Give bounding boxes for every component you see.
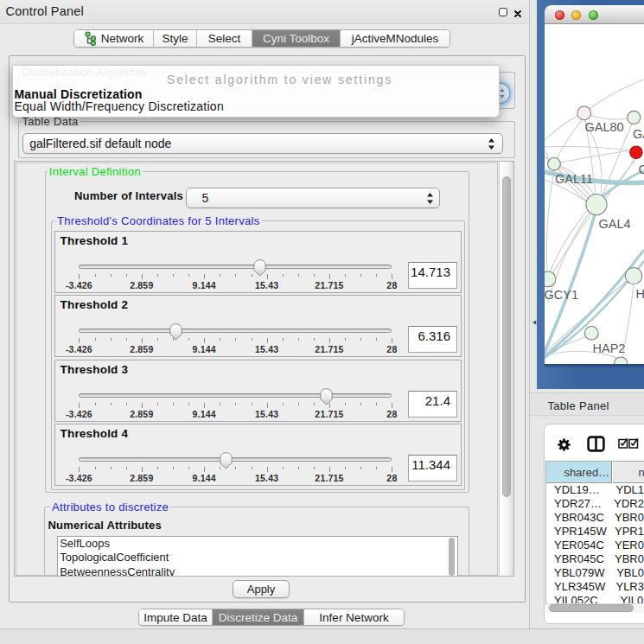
cell-name: YER0	[608, 539, 644, 552]
number-of-intervals-combo[interactable]: 5	[186, 188, 441, 208]
slider-tick-label: -3.426	[66, 344, 92, 354]
threshold-panel-3: Threshold 3-3.4262.8599.14415.4321.71528…	[54, 360, 462, 422]
cell-shared-name: YDL19…	[546, 483, 609, 497]
slider-tick	[283, 338, 284, 341]
cell-shared-name: YLR345W	[546, 580, 609, 594]
threshold-value-field[interactable]: 14.713	[408, 262, 457, 289]
apply-button[interactable]: Apply	[233, 580, 290, 598]
table-row[interactable]: YLR345WYLR3	[546, 580, 644, 594]
network-node-GAL4[interactable]	[586, 194, 607, 215]
network-node-label: GAL11	[555, 172, 593, 186]
zoom-traffic-light[interactable]	[589, 10, 598, 20]
threshold-slider-track[interactable]	[79, 328, 392, 333]
table-row[interactable]: YPR145WYPR1	[546, 525, 644, 539]
network-node-GCY1[interactable]	[545, 271, 556, 287]
threshold-slider-thumb[interactable]	[169, 323, 182, 341]
slider-tick	[142, 338, 143, 343]
network-tree-icon	[84, 31, 97, 46]
table-row[interactable]: YDR27…YDR2	[546, 497, 644, 511]
tab-label: Discretize Data	[219, 611, 298, 624]
threshold-slider-thumb[interactable]	[253, 259, 266, 277]
columns-icon[interactable]	[587, 436, 605, 452]
table-header-name[interactable]: na	[613, 462, 644, 483]
tab-jactivemnodules[interactable]: jActiveMNodules	[341, 30, 450, 47]
tab-infer-network[interactable]: Infer Network	[304, 609, 404, 625]
slider-tick	[157, 338, 158, 341]
threshold-label: Threshold 2	[61, 298, 129, 311]
check-select-icon[interactable]	[628, 437, 640, 449]
network-edge[interactable]	[560, 150, 630, 163]
network-node-HAP2[interactable]	[584, 327, 598, 341]
column-header-label: shared…	[547, 466, 609, 479]
attribute-list-item[interactable]: BetweennessCentrality	[60, 565, 175, 576]
slider-tick	[235, 338, 236, 341]
tab-select[interactable]: Select	[197, 30, 252, 47]
slider-tick	[111, 274, 112, 277]
close-panel-icon[interactable]	[513, 10, 522, 18]
cell-name: YDR2	[607, 497, 644, 511]
threshold-slider-thumb[interactable]	[220, 452, 233, 470]
cell-shared-name: YBR045C	[546, 552, 608, 566]
network-node-H[interactable]	[625, 267, 641, 284]
tab-style[interactable]: Style	[154, 30, 197, 47]
network-canvas[interactable]: GAL80GACGAL11GAL4GCY1HHAP2	[545, 24, 644, 364]
slider-tick	[252, 338, 252, 341]
network-edge[interactable]	[557, 119, 583, 158]
table-row[interactable]: YER054CYER0	[546, 539, 644, 552]
table-data-combo-value: galFiltered.sif default node	[29, 137, 171, 150]
table-row[interactable]: YBL079WYBL0	[546, 566, 644, 580]
slider-tick	[329, 467, 330, 472]
attribute-list-item[interactable]: SelfLoops	[60, 537, 110, 550]
network-edge[interactable]	[545, 115, 578, 140]
slider-tick	[392, 403, 392, 408]
minimize-traffic-light[interactable]	[571, 10, 581, 20]
table-row[interactable]: YIL052CYIL0	[546, 594, 644, 603]
tab-impute-data[interactable]: Impute Data	[139, 609, 213, 625]
threshold-slider-track[interactable]	[79, 393, 392, 398]
threshold-value-field[interactable]: 11.344	[408, 455, 457, 481]
table-row[interactable]: YBR043CYBR0	[546, 511, 644, 525]
table-header-shared-name[interactable]: shared…	[546, 462, 612, 483]
network-node-label: H	[636, 287, 644, 301]
slider-tick-label: 28	[386, 409, 397, 419]
threshold-slider-track[interactable]	[79, 265, 392, 269]
dropdown-prompt-item[interactable]: Select algorithm to view settings	[167, 73, 392, 86]
network-edge[interactable]	[590, 80, 644, 109]
slider-tick	[376, 274, 377, 277]
table-row[interactable]: YDL19…YDL1	[546, 483, 644, 497]
slider-tick-label: 15.43	[255, 280, 278, 290]
network-node-GAL11[interactable]	[548, 158, 561, 171]
network-node-GA[interactable]	[628, 111, 641, 124]
numerical-attributes-list[interactable]: SelfLoopsTopologicalCoefficientBetweenne…	[57, 536, 458, 576]
close-traffic-light[interactable]	[555, 10, 564, 20]
table-hscrollbar-thumb[interactable]	[549, 604, 634, 612]
attribute-list-item[interactable]: TopologicalCoefficient	[60, 551, 169, 564]
network-edge[interactable]	[545, 147, 630, 151]
tab-cyni-toolbox[interactable]: Cyni Toolbox	[252, 30, 341, 47]
tab-discretize-data[interactable]: Discretize Data	[213, 609, 304, 625]
float-panel-icon[interactable]	[499, 8, 507, 16]
dropdown-item-equal-width[interactable]: Equal Width/Frequency Discretization	[15, 99, 224, 113]
slider-tick	[157, 274, 158, 277]
slider-tick	[95, 467, 96, 470]
slider-tick	[392, 338, 392, 343]
settings-scrollbar-thumb[interactable]	[502, 176, 511, 497]
threshold-value-field[interactable]: 21.4	[408, 391, 457, 418]
table-row[interactable]: YBR045CYBR0	[546, 552, 644, 566]
network-node-label: C	[639, 163, 644, 176]
slider-tick	[220, 403, 220, 406]
slider-tick-label: 9.144	[193, 280, 216, 290]
network-edge[interactable]	[546, 170, 554, 271]
table-data-combo[interactable]: galFiltered.sif default node	[22, 133, 503, 154]
tab-network[interactable]: Network	[74, 30, 154, 47]
threshold-value-field[interactable]: 6.316	[408, 326, 457, 353]
slider-tick-label: 28	[386, 473, 397, 483]
network-node-C[interactable]	[630, 146, 642, 158]
attributes-list-scrollbar-thumb[interactable]	[449, 538, 455, 576]
split-divider-collapse-icon[interactable]	[532, 319, 537, 326]
gear-icon[interactable]	[558, 438, 571, 451]
threshold-slider-thumb[interactable]	[320, 388, 333, 406]
slider-tick	[329, 338, 330, 343]
threshold-slider-track[interactable]	[79, 457, 392, 462]
network-node-GAL80[interactable]	[577, 106, 591, 120]
